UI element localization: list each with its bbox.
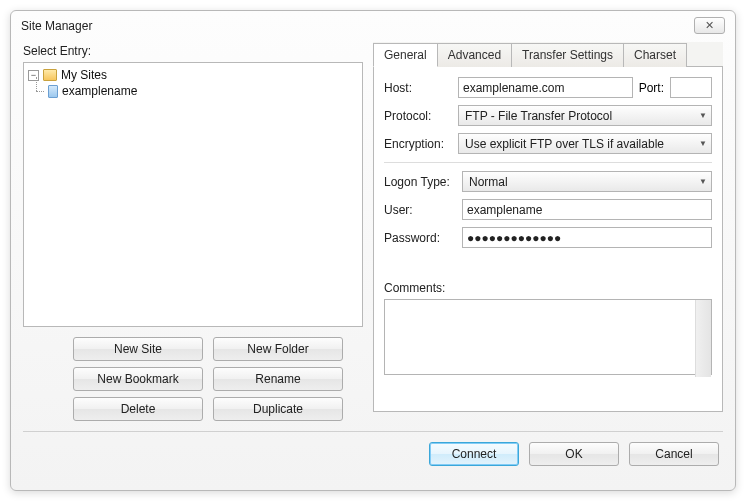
footer: Connect OK Cancel: [11, 432, 735, 478]
user-row: User:: [384, 199, 712, 220]
folder-icon: [43, 69, 57, 81]
tab-general[interactable]: General: [373, 43, 438, 67]
chevron-down-icon: ▼: [699, 139, 707, 148]
logon-type-value: Normal: [469, 175, 508, 189]
tree-site-node[interactable]: examplename: [28, 83, 358, 99]
encryption-value: Use explicit FTP over TLS if available: [465, 137, 664, 151]
rename-button[interactable]: Rename: [213, 367, 343, 391]
tab-content: Host: Port: Protocol: FTP - File Transfe…: [373, 67, 723, 412]
comments-label: Comments:: [384, 281, 712, 295]
password-row: Password:: [384, 227, 712, 248]
cancel-button[interactable]: Cancel: [629, 442, 719, 466]
protocol-select[interactable]: FTP - File Transfer Protocol ▼: [458, 105, 712, 126]
site-buttons: New Site New Folder New Bookmark Rename …: [73, 337, 343, 421]
duplicate-button[interactable]: Duplicate: [213, 397, 343, 421]
host-label: Host:: [384, 81, 452, 95]
logon-type-select[interactable]: Normal ▼: [462, 171, 712, 192]
logon-row: Logon Type: Normal ▼: [384, 171, 712, 192]
scrollbar[interactable]: [695, 300, 711, 377]
connect-button[interactable]: Connect: [429, 442, 519, 466]
protocol-label: Protocol:: [384, 109, 452, 123]
chevron-down-icon: ▼: [699, 111, 707, 120]
tab-charset[interactable]: Charset: [623, 43, 687, 67]
port-input[interactable]: [670, 77, 712, 98]
encryption-row: Encryption: Use explicit FTP over TLS if…: [384, 133, 712, 154]
new-folder-button[interactable]: New Folder: [213, 337, 343, 361]
site-icon: [48, 85, 58, 98]
logon-type-label: Logon Type:: [384, 175, 456, 189]
right-panel: General Advanced Transfer Settings Chars…: [373, 42, 723, 421]
comments-textarea[interactable]: [384, 299, 712, 375]
content-area: Select Entry: − My Sites examplename New…: [11, 34, 735, 421]
host-input[interactable]: [458, 77, 633, 98]
ok-button[interactable]: OK: [529, 442, 619, 466]
password-input[interactable]: [462, 227, 712, 248]
chevron-down-icon: ▼: [699, 177, 707, 186]
tree-root-label: My Sites: [61, 68, 107, 82]
comments-wrap: [384, 299, 712, 378]
left-panel: Select Entry: − My Sites examplename New…: [23, 42, 363, 421]
encryption-label: Encryption:: [384, 137, 452, 151]
tab-transfer-settings[interactable]: Transfer Settings: [511, 43, 624, 67]
select-entry-label: Select Entry:: [23, 44, 363, 58]
divider: [384, 162, 712, 163]
close-button[interactable]: ✕: [694, 17, 725, 34]
delete-button[interactable]: Delete: [73, 397, 203, 421]
sites-tree[interactable]: − My Sites examplename: [23, 62, 363, 327]
protocol-row: Protocol: FTP - File Transfer Protocol ▼: [384, 105, 712, 126]
encryption-select[interactable]: Use explicit FTP over TLS if available ▼: [458, 133, 712, 154]
host-row: Host: Port:: [384, 77, 712, 98]
spacer: [384, 255, 712, 279]
port-label: Port:: [639, 81, 664, 95]
user-label: User:: [384, 203, 456, 217]
tab-bar: General Advanced Transfer Settings Chars…: [373, 42, 723, 67]
new-bookmark-button[interactable]: New Bookmark: [73, 367, 203, 391]
password-label: Password:: [384, 231, 456, 245]
protocol-value: FTP - File Transfer Protocol: [465, 109, 612, 123]
new-site-button[interactable]: New Site: [73, 337, 203, 361]
tree-site-label: examplename: [62, 84, 137, 98]
site-manager-window: Site Manager ✕ Select Entry: − My Sites …: [10, 10, 736, 491]
window-title: Site Manager: [21, 19, 92, 33]
tab-advanced[interactable]: Advanced: [437, 43, 512, 67]
tree-root-node[interactable]: − My Sites: [28, 67, 358, 83]
user-input[interactable]: [462, 199, 712, 220]
titlebar: Site Manager ✕: [11, 11, 735, 34]
